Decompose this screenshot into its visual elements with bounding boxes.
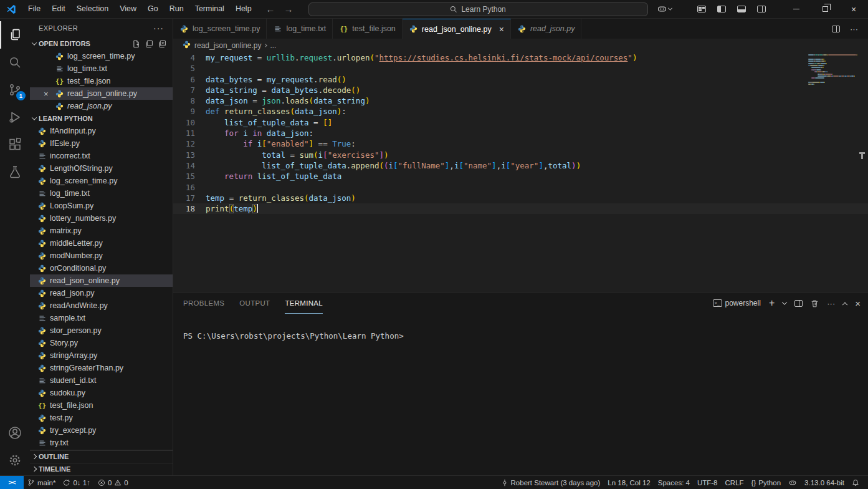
code-editor[interactable]: 4my_request = urllib.request.urlopen("ht…: [173, 52, 868, 292]
code-line-15[interactable]: 15return list_of_tuple_data: [173, 171, 868, 182]
activitybar-source-control-icon[interactable]: 1: [0, 76, 30, 104]
code-line-9[interactable]: 9def return_classes(data_json):: [173, 106, 868, 117]
file-item-stor_person.py[interactable]: stor_person.py: [30, 324, 173, 337]
file-item-student_id.txt[interactable]: student_id.txt: [30, 374, 173, 387]
maximize-panel-icon[interactable]: [842, 303, 847, 307]
split-terminal-icon[interactable]: [794, 300, 803, 307]
file-item-read_json_online.py[interactable]: ×read_json_online.py: [30, 87, 173, 100]
close-panel-icon[interactable]: ×: [855, 298, 861, 309]
problems-status[interactable]: 0 0: [94, 476, 132, 489]
file-item-readAndWrite.py[interactable]: readAndWrite.py: [30, 299, 173, 312]
breadcrumb[interactable]: read_json_online.py ...: [173, 39, 868, 52]
restore-button[interactable]: [811, 0, 839, 18]
panel-tab-output[interactable]: OUTPUT: [239, 293, 270, 314]
file-item-stringArray.py[interactable]: stringArray.py: [30, 349, 173, 362]
language-mode[interactable]: {} Python: [748, 476, 785, 489]
file-item-log_time.txt[interactable]: log_time.txt: [30, 187, 173, 200]
activitybar-run-debug-icon[interactable]: [0, 104, 30, 131]
minimize-button[interactable]: [782, 0, 811, 18]
activitybar-testing-icon[interactable]: [0, 158, 30, 186]
activitybar-search-icon[interactable]: [0, 49, 30, 76]
sidebar-more-actions-icon[interactable]: ···: [153, 23, 164, 33]
open-editors-header[interactable]: OPEN EDITORS: [30, 37, 173, 50]
file-item-try.txt[interactable]: try.txt: [30, 437, 173, 449]
terminal-shell-badge[interactable]: >_ powershell: [713, 299, 761, 307]
cursor-position[interactable]: Ln 18, Col 12: [604, 476, 654, 489]
outline-section[interactable]: OUTLINE: [30, 450, 173, 463]
command-center-search[interactable]: Learn Python: [308, 2, 648, 16]
menu-go[interactable]: Go: [142, 0, 164, 18]
save-all-icon[interactable]: [145, 40, 153, 48]
minimap[interactable]: [808, 54, 862, 86]
new-terminal-icon[interactable]: +: [769, 298, 775, 309]
customize-layout-icon[interactable]: [697, 6, 706, 12]
file-item-log_time.txt[interactable]: log_time.txt: [30, 62, 173, 75]
file-item-test.py[interactable]: test.py: [30, 412, 173, 424]
file-item-middleLetter.py[interactable]: middleLetter.py: [30, 237, 173, 249]
tab-log_time.txt[interactable]: log_time.txt: [267, 19, 333, 39]
file-item-read_json.py[interactable]: read_json.py: [30, 287, 173, 299]
tab-log_screen_time.py[interactable]: log_screen_time.py: [173, 19, 267, 39]
code-line-12[interactable]: 12if i["enabled"] == True:: [173, 138, 868, 149]
file-item-LengthOfString.py[interactable]: LengthOfString.py: [30, 162, 173, 175]
eol-sequence[interactable]: CRLF: [722, 476, 748, 489]
menu-terminal[interactable]: Terminal: [189, 0, 230, 18]
menu-selection[interactable]: Selection: [71, 0, 114, 18]
file-item-lottery_numbers.py[interactable]: lottery_numbers.py: [30, 212, 173, 225]
file-item-LoopSum.py[interactable]: LoopSum.py: [30, 200, 173, 212]
activitybar-account-icon[interactable]: [0, 419, 30, 447]
timeline-section[interactable]: TIMELINE: [30, 463, 173, 475]
remote-indicator[interactable]: ><: [0, 476, 24, 489]
file-item-log_screen_time.py[interactable]: log_screen_time.py: [30, 175, 173, 187]
file-item-incorrect.txt[interactable]: incorrect.txt: [30, 150, 173, 162]
toggle-secondary-sidebar-icon[interactable]: [757, 6, 766, 12]
file-item-IfEsle.py[interactable]: IfEsle.py: [30, 137, 173, 150]
git-commit-info[interactable]: Robert Stewart (3 days ago): [497, 476, 604, 489]
menu-file[interactable]: File: [22, 0, 46, 18]
file-item-modNumber.py[interactable]: modNumber.py: [30, 249, 173, 262]
menu-view[interactable]: View: [114, 0, 142, 18]
file-item-sudoku.py[interactable]: sudoku.py: [30, 387, 173, 399]
code-line-14[interactable]: 14list_of_tuple_data.append((i["fullName…: [173, 160, 868, 171]
terminal-output[interactable]: PS C:\Users\robst\projects\Python\Learn …: [173, 314, 868, 475]
git-branch[interactable]: main*: [24, 476, 59, 489]
notifications-bell[interactable]: [848, 476, 863, 489]
split-editor-icon[interactable]: [832, 26, 840, 32]
close-tab-icon[interactable]: ×: [499, 24, 504, 34]
file-item-test_file.json[interactable]: {}test_file.json: [30, 75, 173, 87]
file-item-IfAndInput.py[interactable]: IfAndInput.py: [30, 125, 173, 137]
code-line-18[interactable]: 18print(temp): [173, 203, 868, 214]
copilot-menu[interactable]: [657, 4, 672, 14]
panel-more-actions-icon[interactable]: ···: [827, 299, 835, 308]
back-arrow-icon[interactable]: ←: [266, 4, 275, 14]
editor-more-actions-icon[interactable]: ···: [850, 24, 858, 34]
file-item-read_json.py[interactable]: read_json.py: [30, 100, 173, 112]
toggle-panel-icon[interactable]: [737, 6, 746, 12]
close-window-button[interactable]: ×: [839, 0, 868, 18]
code-line-7[interactable]: 7data_string = data_bytes.decode(): [173, 85, 868, 95]
tab-read_json_online.py[interactable]: read_json_online.py×: [403, 19, 511, 39]
file-item-read_json_online.py[interactable]: read_json_online.py: [30, 274, 173, 287]
file-item-orConditional.py[interactable]: orConditional.py: [30, 262, 173, 274]
code-line-8[interactable]: 8data_json = json.loads(data_string): [173, 95, 868, 106]
toggle-sidebar-icon[interactable]: [717, 6, 726, 12]
forward-arrow-icon[interactable]: →: [284, 4, 293, 14]
project-folder-header[interactable]: LEARN PYTHON: [30, 112, 173, 125]
panel-tab-problems[interactable]: PROBLEMS: [183, 293, 224, 314]
activitybar-settings-icon[interactable]: [0, 447, 30, 474]
menu-help[interactable]: Help: [230, 0, 257, 18]
file-item-stringGreaterThan.py[interactable]: stringGreaterThan.py: [30, 362, 173, 374]
close-editor-icon[interactable]: ×: [44, 90, 52, 98]
code-line-16[interactable]: 16: [173, 182, 868, 193]
file-item-log_screen_time.py[interactable]: log_screen_time.py: [30, 50, 173, 62]
tab-read_json.py[interactable]: read_json.py: [511, 19, 582, 39]
file-item-sample.txt[interactable]: sample.txt: [30, 312, 173, 324]
code-line-6[interactable]: 6data_bytes = my_request.read(): [173, 74, 868, 85]
code-line-11[interactable]: 11for i in data_json:: [173, 128, 868, 138]
copilot-status[interactable]: [785, 476, 801, 489]
indentation[interactable]: Spaces: 4: [654, 476, 694, 489]
encoding[interactable]: UTF-8: [694, 476, 722, 489]
menu-edit[interactable]: Edit: [46, 0, 71, 18]
file-item-test_file.json[interactable]: {}test_file.json: [30, 399, 173, 412]
terminal-dropdown-icon[interactable]: [782, 299, 787, 304]
